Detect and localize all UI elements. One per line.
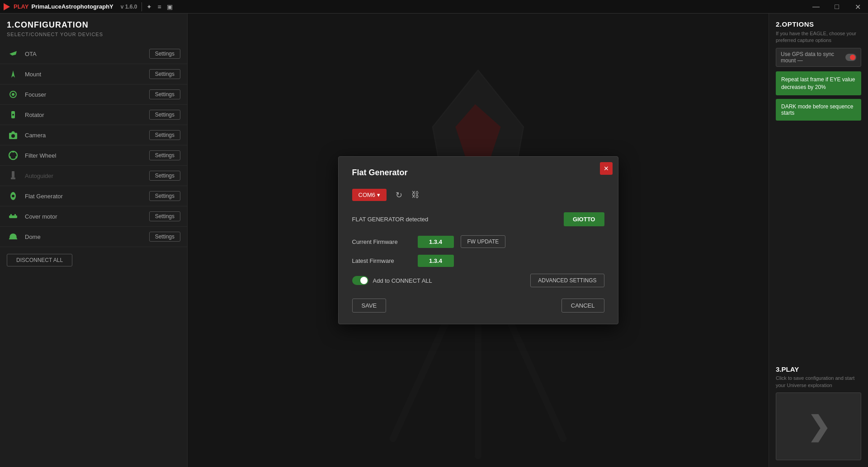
com-row: COM6 ▾ ↻ ⛓ — [352, 189, 604, 201]
device-row-ota: OTA Settings — [0, 44, 187, 64]
latest-firmware-row: Latest Firmware 1.3.4 — [352, 255, 604, 267]
device-row-dome: Dome Settings — [0, 227, 187, 247]
dialog-overlay: Flat Generator ✕ COM6 ▾ ↻ ⛓ FLAT GENERAT… — [188, 14, 769, 467]
flat-generator-icon — [7, 190, 19, 202]
device-row-camera: Camera Settings — [0, 125, 187, 145]
logo-triangle-icon — [4, 3, 10, 10]
settings-button-camera[interactable]: Settings — [149, 130, 180, 140]
device-row-flat-generator: Flat Generator Settings — [0, 186, 187, 206]
settings-button-rotator[interactable]: Settings — [149, 110, 180, 120]
current-firmware-value: 1.3.4 — [418, 236, 454, 248]
svg-point-3 — [12, 114, 14, 116]
connect-all-label: Add to CONNECT ALL — [373, 277, 432, 284]
flat-generator-dialog: Flat Generator ✕ COM6 ▾ ↻ ⛓ FLAT GENERAT… — [338, 156, 618, 324]
sidebar-title: 1.CONFIGURATION — [7, 20, 180, 30]
settings-button-dome[interactable]: Settings — [149, 232, 180, 242]
save-button[interactable]: SAVE — [352, 299, 387, 313]
close-button[interactable]: ✕ — [847, 0, 868, 14]
minimize-button[interactable]: — — [806, 0, 826, 14]
repeat-frame-option[interactable]: Repeat last frame if EYE value decreases… — [776, 71, 861, 96]
camera-icon — [7, 129, 19, 141]
pin-icon[interactable]: ✦ — [146, 3, 152, 10]
play-chevron-icon: ❯ — [807, 411, 830, 442]
titlebar-icons: ✦ ≡ ▣ — [146, 3, 172, 10]
settings-button-ota[interactable]: Settings — [149, 49, 180, 59]
svg-point-7 — [12, 151, 14, 153]
device-name-cover-motor: Cover motor — [25, 213, 144, 220]
app-version: v 1.6.0 — [121, 4, 137, 10]
dialog-close-button[interactable]: ✕ — [600, 162, 613, 175]
latest-firmware-value: 1.3.4 — [418, 255, 454, 267]
filter-wheel-icon — [7, 149, 19, 162]
unlink-icon[interactable]: ⛓ — [411, 190, 420, 200]
svg-rect-11 — [11, 177, 15, 179]
svg-point-9 — [9, 156, 11, 158]
device-row-rotator: Rotator Settings — [0, 105, 187, 125]
settings-button-mount[interactable]: Settings — [149, 69, 180, 79]
play-title: 3.PLAY — [776, 365, 861, 373]
mount-icon — [7, 68, 19, 80]
titlebar-divider — [142, 2, 142, 11]
menu-icon[interactable]: ≡ — [157, 3, 161, 10]
device-name-flat-generator: Flat Generator — [25, 193, 144, 200]
device-name-camera: Camera — [25, 132, 144, 139]
device-row-focuser: Focuser Settings — [0, 84, 187, 105]
fw-update-button[interactable]: FW UPDATE — [461, 235, 506, 248]
sidebar-subtitle: SELECT/CONNECT YOUR DEVICES — [7, 32, 180, 37]
gps-select[interactable]: Use GPS data to sync mount — — [776, 48, 861, 67]
device-row-cover-motor: Cover motor Settings — [0, 206, 187, 227]
right-panel: 2.OPTIONS If you have the EAGLE, choose … — [769, 14, 868, 467]
settings-button-autoguider[interactable]: Settings — [149, 171, 180, 181]
app-logo: PLAY PrimaLuceAstrophotographY v 1.6.0 — [4, 3, 137, 10]
play-button[interactable]: ❯ — [776, 392, 861, 460]
options-section: 2.OPTIONS If you have the EAGLE, choose … — [776, 20, 861, 121]
svg-point-8 — [15, 156, 17, 158]
cover-motor-icon — [7, 210, 19, 223]
device-name-ota: OTA — [25, 51, 144, 57]
svg-point-5 — [11, 134, 15, 138]
device-row-mount: Mount Settings — [0, 64, 187, 84]
dark-mode-option[interactable]: DARK mode before sequence starts — [776, 99, 861, 121]
settings-button-filter-wheel[interactable]: Settings — [149, 150, 180, 160]
dialog-buttons: SAVE CANCEL — [352, 299, 604, 313]
settings-button-flat-generator[interactable]: Settings — [149, 191, 180, 201]
detection-row: FLAT GENERATOR detected GIOTTO — [352, 212, 604, 226]
titlebar: PLAY PrimaLuceAstrophotographY v 1.6.0 ✦… — [0, 0, 868, 14]
device-name-filter-wheel: Filter Wheel — [25, 152, 144, 159]
device-name-rotator: Rotator — [25, 112, 144, 118]
gps-toggle[interactable] — [845, 54, 856, 61]
device-row-autoguider: Autoguider Settings — [0, 166, 187, 186]
main-layout: 1.CONFIGURATION SELECT/CONNECT YOUR DEVI… — [0, 14, 868, 467]
connect-all-row: Add to CONNECT ALL ADVANCED SETTINGS — [352, 274, 604, 287]
ota-icon — [7, 47, 19, 60]
gps-label: Use GPS data to sync mount — — [781, 51, 845, 64]
settings-button-focuser[interactable]: Settings — [149, 89, 180, 99]
sidebar: 1.CONFIGURATION SELECT/CONNECT YOUR DEVI… — [0, 14, 188, 467]
options-desc: If you have the EAGLE, choose your prefe… — [776, 30, 861, 44]
toggle-group: Add to CONNECT ALL — [352, 276, 432, 285]
device-name-autoguider: Autoguider — [25, 173, 144, 179]
disconnect-all-button[interactable]: DISCONNECT ALL — [7, 254, 72, 266]
dialog-title: Flat Generator — [352, 168, 604, 177]
svg-rect-14 — [9, 215, 17, 218]
com-port-button[interactable]: COM6 ▾ — [352, 189, 387, 201]
svg-rect-15 — [10, 214, 12, 215]
refresh-icon[interactable]: ↻ — [396, 190, 402, 200]
logo-text: PLAY — [14, 3, 28, 10]
advanced-settings-button[interactable]: ADVANCED SETTINGS — [530, 274, 604, 287]
save-icon[interactable]: ▣ — [167, 3, 173, 10]
center-area: Flat Generator ✕ COM6 ▾ ↻ ⛓ FLAT GENERAT… — [188, 14, 769, 467]
svg-rect-10 — [12, 171, 14, 177]
device-name-mount: Mount — [25, 71, 144, 78]
current-firmware-label: Current Firmware — [352, 238, 411, 245]
maximize-button[interactable]: □ — [826, 0, 847, 14]
connect-all-toggle[interactable] — [352, 276, 368, 285]
svg-rect-16 — [14, 214, 16, 215]
device-row-filter-wheel: Filter Wheel Settings — [0, 145, 187, 166]
sidebar-header: 1.CONFIGURATION SELECT/CONNECT YOUR DEVI… — [0, 20, 187, 44]
svg-rect-17 — [9, 238, 17, 239]
settings-button-cover-motor[interactable]: Settings — [149, 211, 180, 221]
giotto-button[interactable]: GIOTTO — [564, 212, 604, 226]
cancel-button[interactable]: CANCEL — [561, 299, 604, 313]
svg-point-1 — [12, 93, 14, 96]
